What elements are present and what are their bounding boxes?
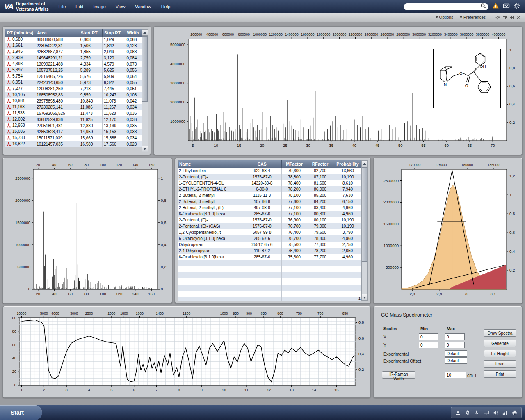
- cell[interactable]: 1,029: [103, 37, 125, 43]
- cell[interactable]: 6-Oxabicyclo [3.1.0]hexa: [178, 254, 242, 260]
- column-header-stop-rt[interactable]: Stop RT: [103, 29, 125, 37]
- cell[interactable]: 0,038: [125, 129, 142, 135]
- cell[interactable]: 13,660: [333, 168, 362, 174]
- cell[interactable]: 0,108: [125, 92, 142, 98]
- cell[interactable]: 2-ETHYL-2-PROPENAL 0: [178, 186, 242, 192]
- cell[interactable]: 1,661: [5, 43, 35, 49]
- cell[interactable]: 12,958: [5, 123, 35, 129]
- draw-spectra-button[interactable]: Draw Spectra: [484, 329, 516, 337]
- table-row[interactable]: 10,93123975898,48010,84011,0730,042: [5, 98, 142, 104]
- cell[interactable]: 2-Ethylacrolein: [178, 168, 242, 174]
- peak-fit-chart[interactable]: 2,82,933,1170000175000180000185000500000…: [376, 160, 520, 301]
- cell[interactable]: 77,700: [307, 254, 333, 260]
- cell[interactable]: 2,750: [333, 242, 362, 248]
- cell[interactable]: 11,086: [79, 104, 102, 110]
- table-row[interactable]: 15,03642850528,41714,95915,1530,038: [5, 129, 142, 135]
- scroll-up-button[interactable]: [142, 30, 148, 36]
- table-row[interactable]: 1,94542532687,8771,8552,0490,088: [5, 49, 142, 55]
- close-icon[interactable]: [516, 15, 521, 20]
- cell[interactable]: 11,473: [79, 110, 102, 116]
- cell[interactable]: 0,064: [125, 73, 142, 80]
- cell[interactable]: 2-Pentenal, (E)-: [178, 217, 242, 223]
- cell[interactable]: 16,589: [79, 141, 102, 147]
- cell[interactable]: 16,822: [5, 141, 35, 147]
- menu-help[interactable]: Help: [161, 4, 171, 9]
- table-row[interactable]: 6-Oxabicyclo [3.1.0] hexa285-67-677,1008…: [178, 211, 362, 217]
- options-menu[interactable]: Options: [436, 15, 453, 20]
- menu-image[interactable]: Image: [93, 4, 106, 9]
- cell[interactable]: 285-67-6: [242, 235, 282, 242]
- cell[interactable]: 1,506: [79, 43, 102, 49]
- cell[interactable]: 2.4-Dihydropyran: [178, 248, 242, 254]
- menu-file[interactable]: File: [59, 4, 66, 9]
- cell[interactable]: 223950222,31: [35, 43, 79, 49]
- cell[interactable]: 1-CYCLOPENTEN-4-OL: [178, 180, 242, 186]
- table-row[interactable]: 2-Butenal, 2-methyl-, (E)497-03-077,1008…: [178, 205, 362, 211]
- experimental-offset-field[interactable]: [445, 357, 467, 364]
- menu-window[interactable]: Window: [135, 4, 151, 9]
- load-button[interactable]: Load: [484, 360, 516, 368]
- cell[interactable]: 15,888: [103, 135, 125, 141]
- cell[interactable]: 15,733: [5, 135, 35, 141]
- cell[interactable]: 75,300: [282, 254, 307, 260]
- tile-icon[interactable]: [509, 15, 514, 20]
- cell[interactable]: 68588950,588: [35, 37, 79, 43]
- cell[interactable]: 285-67-6: [242, 211, 282, 217]
- cell[interactable]: 77,600: [282, 199, 307, 205]
- cell[interactable]: 1576-87-0: [242, 217, 282, 223]
- cell[interactable]: 13099221,488: [35, 61, 79, 67]
- table-row[interactable]: 2-Pentenal, (E)- (CAS)1576-87-076,70079,…: [178, 223, 362, 229]
- cell[interactable]: 80,100: [307, 217, 333, 223]
- cell[interactable]: 4,960: [333, 254, 362, 260]
- cell[interactable]: 78,200: [307, 248, 333, 254]
- cell[interactable]: 42850528,417: [35, 129, 79, 135]
- cell[interactable]: 7,277: [5, 86, 35, 92]
- search-input[interactable]: [406, 4, 480, 10]
- cell[interactable]: 2,759: [79, 55, 102, 61]
- cell[interactable]: 87,100: [307, 174, 333, 180]
- table-row[interactable]: 0,68068588950,5880,6031,0290,066: [5, 37, 142, 43]
- cell[interactable]: 25512-65-6: [242, 242, 282, 248]
- generate-button[interactable]: Generate: [484, 340, 516, 347]
- cell[interactable]: 27230285,141: [35, 104, 79, 110]
- column-header-cas[interactable]: CAS: [242, 160, 282, 168]
- speaker-icon[interactable]: [493, 410, 499, 416]
- cell[interactable]: 2-Pentenal, (E)-: [178, 174, 242, 180]
- cell[interactable]: 0,066: [125, 37, 142, 43]
- mail-icon[interactable]: [503, 3, 510, 10]
- cell[interactable]: 82,700: [307, 168, 333, 174]
- cell[interactable]: 3,120: [103, 55, 125, 61]
- display-icon[interactable]: [483, 410, 489, 416]
- column-header-width[interactable]: Width: [125, 29, 142, 37]
- cell[interactable]: 11,538: [5, 110, 35, 116]
- table-row[interactable]: 12,95827051801,48112,88013,1390,035: [5, 123, 142, 129]
- cell[interactable]: 1576-87-0: [242, 223, 282, 229]
- cell[interactable]: 15,153: [103, 129, 125, 135]
- cell[interactable]: 2,939: [5, 55, 35, 61]
- table-row[interactable]: 2-ETHYL-2-PROPENAL 00-00-078,20086,0007,…: [178, 186, 362, 192]
- cell[interactable]: 76,400: [282, 229, 307, 235]
- cell[interactable]: 2-Butenal, 2-methyl-: [178, 192, 242, 199]
- cell[interactable]: 83,400: [307, 205, 333, 211]
- cell[interactable]: 75,400: [282, 248, 307, 254]
- cell[interactable]: 7,213: [79, 86, 102, 92]
- table-row[interactable]: 6-Oxabicyclo [3.1.0] hexa285-67-675,7007…: [178, 235, 362, 242]
- cell[interactable]: 86,000: [307, 186, 333, 192]
- cell[interactable]: 78,800: [307, 235, 333, 242]
- cell[interactable]: 1,842: [103, 43, 125, 49]
- cell[interactable]: Dihydropyran: [178, 242, 242, 248]
- ir-spectrum-chart[interactable]: 1234567891011121314151000050004000300025…: [5, 309, 369, 396]
- cell[interactable]: 0,042: [125, 98, 142, 104]
- ir-raman-width-field[interactable]: [445, 372, 466, 378]
- cell[interactable]: 79,600: [307, 229, 333, 235]
- table-row[interactable]: 12,00263682529,83611,92512,1700,036: [5, 116, 142, 123]
- print-button[interactable]: Print: [484, 370, 516, 378]
- cell[interactable]: 11,925: [79, 116, 102, 123]
- compound-table-scrollbar[interactable]: [361, 160, 368, 301]
- network-signal-icon[interactable]: [502, 410, 508, 416]
- cell[interactable]: 78,200: [282, 186, 307, 192]
- column-header-name[interactable]: Name: [178, 160, 242, 168]
- cell[interactable]: 11,163: [5, 104, 35, 110]
- cell[interactable]: 0,088: [125, 49, 142, 55]
- cell[interactable]: 5057-99-8: [242, 229, 282, 235]
